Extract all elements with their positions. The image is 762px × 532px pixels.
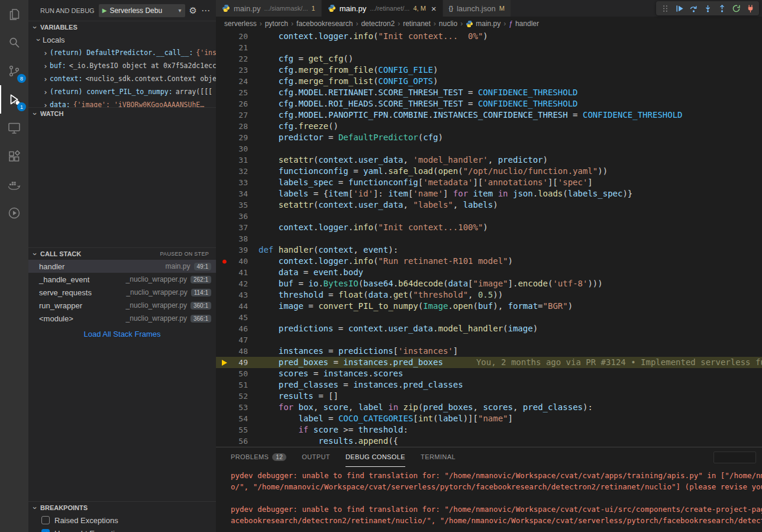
breakpoint-row[interactable]: ✓Uncaught Exceptions [28, 527, 216, 532]
code-line[interactable]: 46 predictions = context.user_data.model… [216, 323, 762, 334]
breadcrumb-item[interactable]: main.py [466, 20, 501, 28]
code-line[interactable]: 56 results.append({ [216, 436, 762, 447]
code-line[interactable]: 27 cfg.MODEL.PANOPTIC_FPN.COMBINE.INSTAN… [216, 109, 762, 121]
code-line[interactable]: 26 cfg.MODEL.ROI_HEADS.SCORE_THRESH_TEST… [216, 98, 762, 109]
code-line[interactable]: 44 image = convert_PIL_to_numpy(Image.op… [216, 301, 762, 312]
code-line[interactable]: 37 context.logger.info("Init context...1… [216, 222, 762, 233]
load-all-stack-frames-link[interactable]: Load All Stack Frames [28, 330, 216, 338]
activity-bar-item-extensions[interactable] [0, 142, 28, 170]
editor-tab[interactable]: main.py.../siammask/...1 [216, 0, 322, 17]
variable-row[interactable]: ›(return) DefaultPredictor.__call__:{'in… [28, 46, 216, 59]
breadcrumb-item[interactable]: serverless [224, 20, 257, 28]
editor-tab[interactable]: {}launch.jsonM [443, 0, 511, 17]
activity-bar-item-docker[interactable] [0, 170, 28, 199]
activity-bar-item-search[interactable] [0, 28, 28, 57]
variable-value: {'image': 'iVBORw0KGgoAAAANSUhE… [73, 101, 205, 107]
stack-frame[interactable]: run_wrapper_nuclio_wrapper.py360:1 [28, 299, 216, 312]
code-line[interactable]: 50 scores = instances.scores [216, 368, 762, 379]
breadcrumb-item[interactable]: ƒhandler [509, 20, 539, 28]
code-line[interactable]: 49 pred_boxes = instances.pred_boxesYou,… [216, 357, 762, 368]
code-text: def handler(context, event): [248, 244, 398, 256]
breakpoints-section-header[interactable]: › BREAKPOINTS [28, 502, 216, 514]
panel-tab-problems[interactable]: PROBLEMS12 [231, 447, 286, 467]
code-editor: 20 context.logger.info("Init context... … [216, 31, 762, 447]
disconnect-button[interactable] [744, 2, 757, 15]
step-out-button[interactable] [715, 2, 728, 15]
stack-frame[interactable]: serve_requests_nuclio_wrapper.py114:1 [28, 286, 216, 299]
code-line[interactable]: 28 cfg.freeze() [216, 121, 762, 132]
code-line[interactable]: 36 [216, 211, 762, 222]
breadcrumb-item[interactable]: pytorch [265, 20, 288, 28]
activity-badge: 1 [17, 102, 26, 111]
code-line[interactable]: 33 labels_spec = functionconfig['metadat… [216, 177, 762, 188]
code-line[interactable]: 24 cfg.merge_from_list(CONFIG_OPTS) [216, 76, 762, 87]
breakpoint-icon[interactable]: ● [216, 256, 233, 267]
stack-frame[interactable]: <module>_nuclio_wrapper.py366:1 [28, 312, 216, 325]
call-stack-list: handlermain.py49:1_handle_event_nuclio_w… [28, 260, 216, 325]
checkbox[interactable]: ✓ [41, 529, 50, 532]
watch-section-header[interactable]: › WATCH [28, 108, 216, 120]
code-line[interactable]: 53 for box, score, label in zip(pred_box… [216, 402, 762, 413]
variable-row[interactable]: ›data:{'image': 'iVBORw0KGgoAAAANSUhE… [28, 98, 216, 107]
code-line[interactable]: ●40 context.logger.info("Run retinanet-R… [216, 256, 762, 267]
start-debug-icon[interactable]: ▶ [102, 7, 107, 14]
panel-tab-debug-console[interactable]: DEBUG CONSOLE [346, 447, 405, 467]
code-line[interactable]: 23 cfg.merge_from_file(CONFIG_FILE) [216, 65, 762, 76]
variable-row[interactable]: ›buf:<_io.BytesIO object at 0x7f5a2dc1ec… [28, 59, 216, 72]
step-over-button[interactable] [687, 2, 700, 15]
code-line[interactable]: 48 instances = predictions['instances'] [216, 346, 762, 357]
activity-bar-item-run-circle[interactable] [0, 199, 28, 227]
checkbox[interactable] [41, 516, 50, 524]
gutter-glyph[interactable] [216, 360, 233, 366]
panel-tab-terminal[interactable]: TERMINAL [421, 447, 456, 467]
variables-section-header[interactable]: › VARIABLES [28, 21, 216, 33]
code-line[interactable]: 20 context.logger.info("Init context... … [216, 31, 762, 42]
code-line[interactable]: 30 [216, 143, 762, 154]
code-line[interactable]: 42 buf = io.BytesIO(base64.b64decode(dat… [216, 278, 762, 289]
code-line[interactable]: 51 pred_classes = instances.pred_classes [216, 379, 762, 391]
step-into-button[interactable] [701, 2, 714, 15]
code-line[interactable]: 47 [216, 334, 762, 346]
code-line[interactable]: 43 threshold = float(data.get("threshold… [216, 289, 762, 301]
gear-icon[interactable]: ⚙ [189, 5, 197, 16]
code-line[interactable]: 22 cfg = get_cfg() [216, 53, 762, 65]
activity-bar-item-run-debug[interactable]: 1 [0, 85, 28, 114]
scope-locals[interactable]: › Locals [28, 33, 216, 46]
continue-button[interactable] [673, 2, 686, 15]
code-line[interactable]: 29 predictor = DefaultPredictor(cfg) [216, 132, 762, 143]
panel-tab-output[interactable]: OUTPUT [302, 447, 330, 467]
breadcrumb-item[interactable]: facebookresearch [296, 20, 353, 28]
more-actions-icon[interactable]: ⋯ [201, 5, 210, 16]
code-line[interactable]: 55 if score >= threshold: [216, 424, 762, 436]
code-line[interactable]: 34 labels = {item['id']: item['name'] fo… [216, 188, 762, 199]
variable-row[interactable]: ›context:<nuclio_sdk.context.Context obj… [28, 72, 216, 85]
code-line[interactable]: 25 cfg.MODEL.RETINANET.SCORE_THRESH_TEST… [216, 87, 762, 98]
activity-bar-item-files[interactable] [0, 0, 28, 28]
code-line[interactable]: 41 data = event.body [216, 267, 762, 278]
code-line[interactable]: 32 functionconfig = yaml.safe_load(open(… [216, 166, 762, 177]
variable-row[interactable]: ›(return) convert_PIL_to_numpy:array([[[… [28, 85, 216, 98]
breadcrumb-item[interactable]: nuclio [439, 20, 457, 28]
editor-tab[interactable]: main.py.../retinanet/...4, M× [322, 0, 443, 17]
activity-bar-item-remote-explorer[interactable] [0, 114, 28, 142]
stack-frame[interactable]: _handle_event_nuclio_wrapper.py262:1 [28, 273, 216, 286]
call-stack-section-header[interactable]: › CALL STACK PAUSED ON STEP [28, 248, 216, 260]
restart-button[interactable] [729, 2, 742, 15]
activity-bar-item-source-control[interactable]: 8 [0, 57, 28, 85]
code-line[interactable]: 52 results = [] [216, 391, 762, 402]
code-line[interactable]: 31 setattr(context.user_data, 'model_han… [216, 154, 762, 166]
close-icon[interactable]: × [431, 4, 437, 14]
toolbar-grip-icon[interactable] [658, 2, 671, 15]
code-line[interactable]: 39def handler(context, event): [216, 244, 762, 256]
code-line[interactable]: 21 [216, 42, 762, 53]
breadcrumb-item[interactable]: retinanet [403, 20, 431, 28]
code-line[interactable]: 35 setattr(context.user_data, "labels", … [216, 199, 762, 211]
breadcrumb-item[interactable]: detectron2 [361, 20, 395, 28]
stack-frame[interactable]: handlermain.py49:1 [28, 260, 216, 273]
console-filter-input[interactable] [713, 452, 756, 463]
code-line[interactable]: 38 [216, 233, 762, 244]
code-line[interactable]: 54 label = COCO_CATEGORIES[int(label)]["… [216, 413, 762, 424]
code-line[interactable]: 45 [216, 312, 762, 323]
launch-config-picker[interactable]: ▶ Serverless Debu ▾ [99, 4, 185, 17]
breakpoint-row[interactable]: Raised Exceptions [28, 514, 216, 527]
